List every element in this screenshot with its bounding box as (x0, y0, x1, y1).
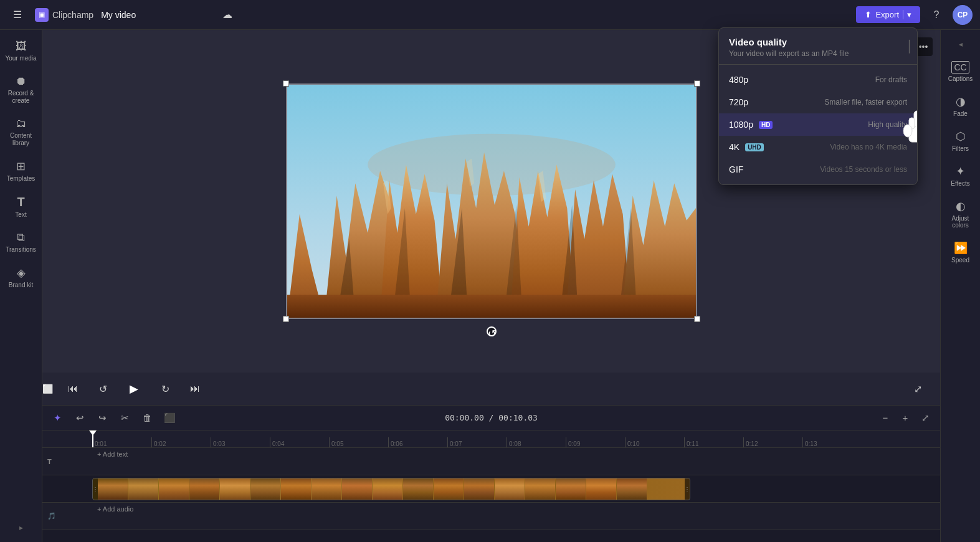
audio-track-row: 🎵 + Add audio (42, 503, 940, 530)
quality-name: 480p (729, 75, 748, 85)
sidebar-item-text[interactable]: T Text (2, 190, 40, 224)
sidebar-item-label: Templates (7, 175, 36, 183)
quality-option-1080p[interactable]: 1080p HD High quality (719, 113, 917, 136)
resize-handle-tl[interactable] (283, 80, 289, 87)
brand-kit-icon: ◈ (17, 266, 26, 280)
uhd-badge: UHD (745, 143, 764, 151)
clip-thumb (617, 478, 647, 500)
quality-option-4k[interactable]: 4K UHD Video has no 4K media (719, 136, 917, 158)
right-sidebar-label: Fade (953, 110, 968, 117)
ruler-mark-013: 0:13 (802, 437, 862, 447)
undo-button[interactable]: ↩ (71, 409, 88, 427)
skip-forward-button[interactable]: ⏭ (185, 379, 205, 399)
text-track-label: T (42, 458, 92, 465)
clip-thumb (281, 478, 311, 500)
clip-thumb (159, 478, 189, 500)
ruler-mark-010: 0:10 (625, 437, 684, 447)
user-avatar-button[interactable]: CP (953, 5, 973, 25)
subtitle-button[interactable]: ⬜ (42, 384, 53, 394)
zoom-controls: − + ⤢ (877, 409, 934, 427)
quality-option-left: GIF (729, 164, 743, 174)
video-title-input[interactable] (101, 10, 210, 20)
sidebar-expand-button[interactable]: ▸ (14, 518, 28, 537)
adjust-colors-icon: ◐ (956, 199, 966, 213)
quality-name: 720p (729, 97, 748, 107)
right-sidebar-label: Filters (952, 145, 969, 152)
dropdown-header: Video quality Your video will export as … (719, 28, 917, 65)
quality-option-720p[interactable]: 720p Smaller file, faster export (719, 91, 917, 113)
text-icon: T (17, 195, 24, 209)
logo-area: ▣ Clipchamp (35, 8, 93, 22)
playback-controls: ⬜ ⏮ ↺ ▶ ↻ ⏭ ⤢ (42, 373, 940, 405)
cut-button[interactable]: ✂ (116, 409, 133, 427)
sidebar-item-transitions[interactable]: ⧉ Transitions (2, 226, 40, 259)
right-collapse-button[interactable]: ◂ (954, 35, 968, 54)
content-library-icon: 🗂 (16, 117, 27, 130)
video-track-content: ⋮ (92, 475, 940, 502)
delete-button[interactable]: 🗑 (138, 409, 156, 427)
sidebar-item-record-create[interactable]: ⏺ Record &create (2, 70, 40, 110)
play-button[interactable]: ▶ (123, 378, 145, 400)
sidebar-item-your-media[interactable]: 🖼 Your media (2, 35, 40, 67)
ruler-mark-001: 0:01 (92, 437, 151, 447)
skip-back-button[interactable]: ⏮ (63, 379, 83, 399)
cloud-save-button[interactable]: ☁ (217, 5, 237, 25)
export-button[interactable]: ⬆ Export ▾ (856, 6, 920, 23)
quality-name: GIF (729, 164, 743, 174)
right-sidebar-item-adjust-colors[interactable]: ◐ Adjustcolors (943, 194, 978, 234)
right-sidebar-item-filters[interactable]: ⬡ Filters (943, 125, 978, 157)
redo-button[interactable]: ↪ (93, 409, 111, 427)
zoom-in-button[interactable]: + (897, 409, 914, 427)
ruler-mark-011: 0:11 (684, 437, 743, 447)
sidebar-item-label: Your media (5, 55, 36, 62)
quality-option-gif[interactable]: GIF Videos 15 seconds or less (719, 158, 917, 181)
clip-handle-left[interactable]: ⋮ (93, 478, 98, 500)
fullscreen-button[interactable]: ⤢ (908, 379, 928, 399)
magic-button[interactable]: ✦ (49, 409, 66, 427)
resize-handle-tr[interactable] (694, 80, 700, 87)
text-track-row: T + Add text (42, 448, 940, 475)
sidebar-item-label: Contentlibrary (10, 132, 32, 147)
add-audio-button[interactable]: + Add audio (92, 503, 138, 515)
right-sidebar-item-fade[interactable]: ◑ Fade (943, 90, 978, 122)
video-clip[interactable]: ⋮ (92, 478, 690, 500)
export-icon: ⬆ (865, 10, 872, 19)
ruler-mark-002: 0:02 (151, 437, 211, 447)
quality-desc: High quality (868, 120, 907, 129)
playhead[interactable] (92, 430, 93, 447)
ruler-mark-007: 0:07 (447, 437, 507, 447)
topbar-left: ☰ ▣ Clipchamp ☁ (7, 5, 849, 25)
help-button[interactable]: ? (926, 5, 946, 25)
export-frame-button[interactable]: ⬛ (161, 409, 178, 427)
right-sidebar-item-speed[interactable]: ⏩ Speed (943, 236, 978, 269)
clip-thumb (525, 478, 555, 500)
topbar: ☰ ▣ Clipchamp ☁ ⬆ Export ▾ ? CP (0, 0, 980, 30)
hd-badge: HD (759, 121, 773, 129)
sidebar-item-content-library[interactable]: 🗂 Contentlibrary (2, 112, 40, 152)
rotate-handle[interactable]: ↺ (487, 326, 497, 336)
resize-handle-bl[interactable] (283, 316, 289, 322)
sidebar-item-label: Record &create (8, 90, 34, 105)
export-label: Export (875, 10, 899, 19)
clip-thumb (128, 478, 158, 500)
time-display: 00:00.00 / 00:10.03 (445, 413, 538, 422)
clip-thumb (189, 478, 219, 500)
quality-name: 4K (729, 142, 740, 152)
forward-button[interactable]: ↻ (155, 379, 175, 399)
right-sidebar-item-effects[interactable]: ✦ Effects (943, 159, 978, 192)
playhead-triangle (89, 430, 97, 435)
right-sidebar-item-captions[interactable]: CC Captions (943, 56, 978, 87)
add-text-button[interactable]: + Add text (92, 448, 133, 460)
menu-button[interactable]: ☰ (7, 5, 27, 25)
rewind-button[interactable]: ↺ (93, 379, 113, 399)
clip-handle-right[interactable]: ⋮ (685, 478, 690, 500)
ruler-marks: 0:01 0:02 0:03 0:04 0:05 0:06 0:07 0:08 … (92, 437, 940, 447)
resize-handle-br[interactable] (694, 316, 700, 322)
timeline-toolbar: ✦ ↩ ↪ ✂ 🗑 ⬛ 00:00.00 / 00:10.03 − + ⤢ (42, 406, 940, 430)
fit-timeline-button[interactable]: ⤢ (916, 409, 934, 427)
sidebar-item-brand-kit[interactable]: ◈ Brand kit (2, 261, 40, 294)
quality-option-480p[interactable]: 480p For drafts (719, 69, 917, 91)
clip-thumb (556, 478, 586, 500)
sidebar-item-templates[interactable]: ⊞ Templates (2, 155, 40, 188)
zoom-out-button[interactable]: − (877, 409, 894, 427)
